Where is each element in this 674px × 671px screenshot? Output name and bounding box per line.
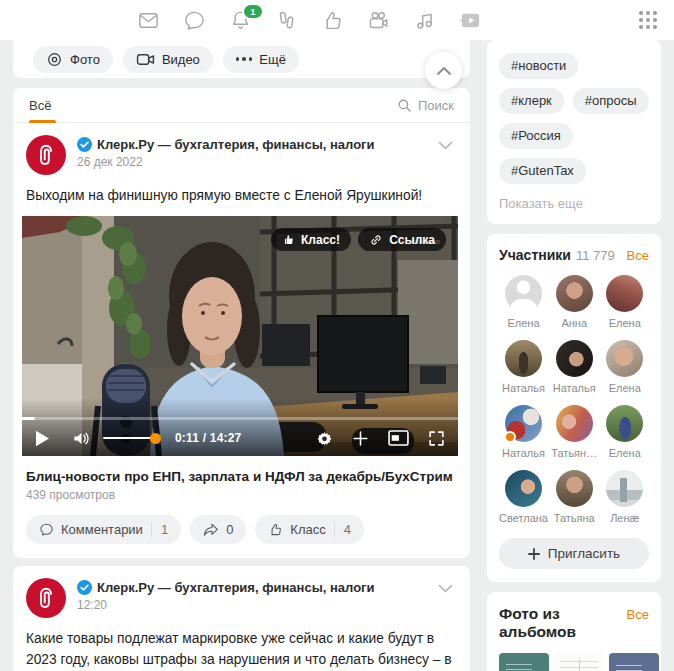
notifications-icon[interactable]: 1 <box>229 9 252 32</box>
member-item[interactable]: Татьян… <box>550 405 599 459</box>
search-label: Поиск <box>418 98 454 113</box>
album-photo[interactable] <box>609 653 659 671</box>
member-item[interactable]: Елена <box>600 340 649 394</box>
post-author[interactable]: Клерк.Ру — бухгалтерия, финансы, налоги <box>97 580 375 595</box>
member-name: Анна <box>561 317 587 329</box>
member-name: Светлана <box>499 512 548 524</box>
albums-all-link[interactable]: Все <box>627 607 649 622</box>
post-date[interactable]: 12:20 <box>77 598 375 612</box>
more-label: Ещё <box>259 52 286 67</box>
comments-button[interactable]: Комментарии 1 <box>26 515 181 544</box>
guests-icon[interactable] <box>275 9 298 32</box>
like-button[interactable]: Класс 4 <box>255 515 364 544</box>
group-avatar[interactable] <box>26 578 66 618</box>
volume-knob[interactable] <box>150 433 161 444</box>
likes-icon[interactable] <box>321 9 344 32</box>
member-avatar <box>606 275 643 312</box>
video-player-icon[interactable] <box>459 9 482 32</box>
hashtags-card: #новости #клерк #опросы #Россия #GutenTa… <box>487 40 661 224</box>
feed-card-2: Клерк.Ру — бухгалтерия, финансы, налоги … <box>13 566 470 671</box>
add-icon[interactable] <box>352 430 369 447</box>
chevron-up-icon <box>436 66 452 76</box>
top-navigation-bar: 1 <box>0 0 674 40</box>
members-title: Участники <box>499 247 571 263</box>
video-like-button[interactable]: Класс! <box>271 228 351 251</box>
member-name: Елена <box>507 317 539 329</box>
video-link-button[interactable]: Ссылка <box>358 228 446 251</box>
verified-badge-icon <box>77 580 92 595</box>
post-meta: Клерк.Ру — бухгалтерия, финансы, налоги … <box>77 578 375 612</box>
hashtag[interactable]: #Россия <box>499 123 573 149</box>
tab-all[interactable]: Всё <box>29 98 51 113</box>
video-controls: 0:11 / 14:27 <box>22 420 458 456</box>
search-icon <box>397 98 412 113</box>
member-item[interactable]: Наталья <box>550 340 599 394</box>
photo-label: Фото <box>70 52 100 67</box>
hashtag-list: #новости #клерк #опросы #Россия #GutenTa… <box>499 53 649 184</box>
video-views: 439 просмотров <box>26 488 457 502</box>
hashtag[interactable]: #новости <box>499 53 578 79</box>
member-name: Ленæ <box>610 512 639 524</box>
post-menu-chevron-icon[interactable] <box>438 141 453 150</box>
member-item[interactable]: Ленæ <box>600 470 649 524</box>
member-avatar <box>556 340 593 377</box>
post-date[interactable]: 26 дек 2022 <box>77 155 375 169</box>
topbar-icon-group: 1 <box>137 0 482 40</box>
fullscreen-icon[interactable] <box>428 430 445 447</box>
paperclip-logo-icon <box>35 143 57 167</box>
more-button[interactable]: Ещё <box>223 46 299 73</box>
apps-grid-icon[interactable] <box>639 11 657 29</box>
member-item[interactable]: Наталья <box>499 405 548 459</box>
messages-icon[interactable] <box>137 9 160 32</box>
member-item[interactable]: Елена <box>600 275 649 329</box>
member-name: Елена <box>609 447 641 459</box>
music-icon[interactable] <box>413 9 436 32</box>
members-grid: Елена Анна Елена Наталья Наталья Елена Н… <box>499 275 649 524</box>
paperclip-logo-icon <box>35 586 57 610</box>
video-call-icon[interactable] <box>367 9 390 32</box>
members-count: 11 779 <box>576 248 615 263</box>
discussions-icon[interactable] <box>183 9 206 32</box>
hashtags-show-more-link[interactable]: Показать еще <box>499 196 649 211</box>
video-player[interactable]: Класс! Ссылка 0:11 / 14:27 <box>22 216 458 456</box>
member-name: Наталья <box>502 447 545 459</box>
thumbs-up-icon <box>282 233 295 246</box>
member-name: Татьян… <box>551 447 597 459</box>
member-item[interactable]: Елена <box>499 275 548 329</box>
scroll-to-top-button[interactable] <box>425 52 462 89</box>
video-title[interactable]: Блиц-новости про ЕНП, зарплата и НДФЛ за… <box>26 469 457 484</box>
comment-icon <box>39 522 54 537</box>
hashtag[interactable]: #опросы <box>573 88 649 114</box>
member-item[interactable]: Наталья <box>499 340 548 394</box>
post-menu-chevron-icon[interactable] <box>438 584 453 593</box>
post-author[interactable]: Клерк.Ру — бухгалтерия, финансы, налоги <box>97 137 375 152</box>
invite-button[interactable]: Пригласить <box>499 538 649 569</box>
settings-gear-icon[interactable] <box>316 430 333 447</box>
picture-in-picture-icon[interactable] <box>388 430 409 446</box>
album-photo[interactable] <box>554 653 604 671</box>
video-time: 0:11 / 14:27 <box>175 431 241 445</box>
feed-card-1: Всё Поиск Клерк.Ру — бухгалтерия, финанс… <box>13 88 470 558</box>
member-item[interactable]: Анна <box>550 275 599 329</box>
feed-search[interactable]: Поиск <box>397 98 454 113</box>
play-icon[interactable] <box>35 430 50 447</box>
member-name: Татьяна <box>554 512 595 524</box>
post-1-header: Клерк.Ру — бухгалтерия, финансы, налоги … <box>26 135 457 175</box>
share-button[interactable]: 0 <box>190 515 246 544</box>
photo-button[interactable]: Фото <box>33 46 113 73</box>
share-arrow-icon <box>203 523 219 537</box>
member-item[interactable]: Елена <box>600 405 649 459</box>
album-photo[interactable] <box>499 653 549 671</box>
video-button[interactable]: Видео <box>123 46 213 73</box>
volume-slider[interactable] <box>103 437 159 440</box>
share-count: 0 <box>226 522 233 537</box>
member-item[interactable]: Татьяна <box>550 470 599 524</box>
group-avatar[interactable] <box>26 135 66 175</box>
member-item[interactable]: Светлана <box>499 470 548 524</box>
hashtag[interactable]: #GutenTax <box>499 158 586 184</box>
members-all-link[interactable]: Все <box>627 248 649 263</box>
hashtag[interactable]: #клерк <box>499 88 564 114</box>
volume-icon[interactable] <box>72 430 91 447</box>
member-avatar <box>556 405 593 442</box>
group-action-bar: Фото Видео Ещё <box>13 40 470 78</box>
